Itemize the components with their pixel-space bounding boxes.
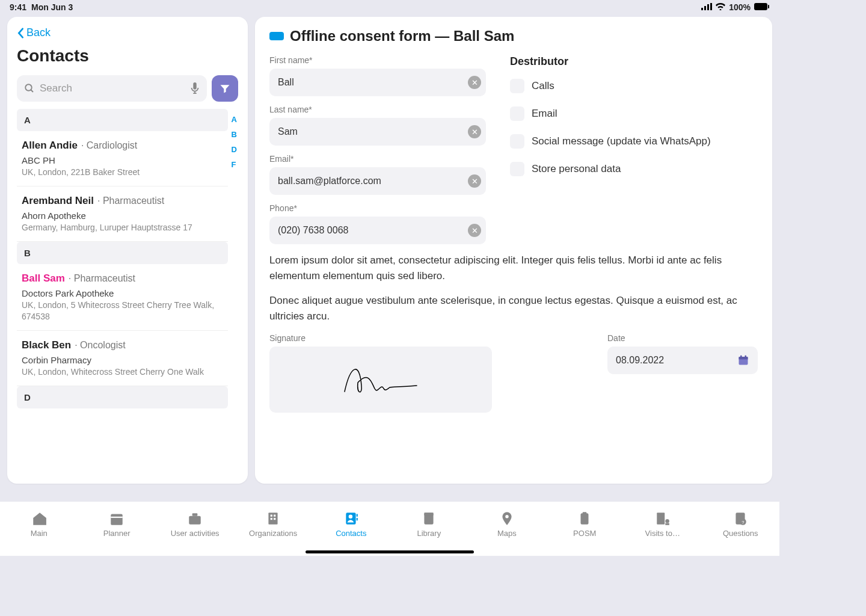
svg-rect-31 [657, 513, 665, 525]
filter-button[interactable] [212, 75, 238, 102]
tab-posm[interactable]: POSM [560, 511, 609, 538]
contact-item[interactable]: Aremband NeilPharmaceutistAhorn Apotheke… [17, 186, 228, 242]
index-letter[interactable]: F [232, 160, 237, 169]
svg-rect-20 [271, 517, 272, 519]
clear-icon[interactable]: ✕ [468, 76, 481, 89]
contacts-sidebar: Back Contacts AAllen AndieCardiologistAB… [7, 17, 248, 484]
svg-rect-13 [111, 514, 123, 525]
tab-questions[interactable]: ?Questions [716, 511, 764, 538]
checkbox[interactable] [510, 134, 524, 149]
tab-label: Library [417, 529, 441, 538]
tab-visits-to-[interactable]: Visits to… [639, 511, 687, 538]
svg-text:?: ? [742, 519, 744, 525]
tab-label: Questions [723, 529, 758, 538]
input-first_name[interactable]: ✕ [269, 69, 486, 96]
svg-rect-0 [701, 8, 703, 10]
svg-rect-30 [583, 512, 587, 514]
svg-point-32 [665, 519, 669, 523]
microphone-icon[interactable] [190, 82, 200, 94]
tab-library[interactable]: Library [405, 511, 453, 538]
tab-contacts[interactable]: Contacts [327, 511, 375, 538]
tab-label: POSM [573, 529, 596, 538]
checkbox-label: Calls [532, 80, 554, 92]
distributor-title: Destributor [510, 55, 758, 68]
search-icon [24, 83, 35, 94]
contact-address: UK, London, Whitecross Street Cherry One… [22, 366, 223, 377]
clear-icon[interactable]: ✕ [468, 125, 481, 138]
signature-label: Signature [269, 333, 492, 343]
svg-rect-12 [745, 356, 747, 358]
contact-item[interactable]: Black BenOncologistCorbin PharmacyUK, Lo… [17, 331, 228, 386]
input-email[interactable]: ✕ [269, 167, 486, 195]
checkbox[interactable] [510, 106, 524, 121]
contact-address: Germany, Hamburg, Luruper Hauptstrasse 1… [22, 222, 223, 233]
back-button[interactable]: Back [17, 26, 238, 39]
contact-address: UK, London, 5 Whitecross Street Cherry T… [22, 300, 223, 321]
checkbox[interactable] [510, 162, 524, 176]
tab-maps[interactable]: Maps [483, 511, 531, 538]
svg-rect-11 [740, 356, 742, 358]
filter-icon [219, 82, 231, 94]
search-box[interactable] [17, 75, 207, 102]
svg-rect-22 [346, 513, 355, 525]
tab-label: Main [31, 529, 48, 538]
svg-rect-29 [581, 513, 589, 524]
calendar-icon [737, 354, 749, 366]
calendar-icon [109, 511, 124, 526]
tab-label: Organizations [249, 529, 297, 538]
tab-main[interactable]: Main [15, 511, 63, 538]
input-field-phone[interactable] [278, 225, 468, 236]
input-field-first_name[interactable] [278, 77, 468, 88]
contact-name: Black Ben [22, 339, 71, 351]
tab-user-activities[interactable]: User activities [171, 511, 220, 538]
contact-name: Aremband Neil [22, 195, 94, 207]
tab-organizations[interactable]: Organizations [249, 511, 297, 538]
contact-item[interactable]: Allen AndieCardiologistABC PHUK, London,… [17, 131, 228, 186]
tab-label: Planner [103, 529, 131, 538]
question-icon: ? [732, 511, 748, 526]
contact-role: Pharmaceutist [97, 196, 164, 206]
svg-point-6 [25, 84, 32, 91]
contact-role: Oncologist [75, 340, 125, 351]
checkbox-label: Social message (update via WhatsApp) [532, 135, 711, 147]
signature-pad[interactable] [269, 346, 492, 413]
svg-rect-17 [269, 513, 278, 525]
input-field-last_name[interactable] [278, 126, 468, 137]
svg-rect-4 [754, 3, 767, 10]
input-phone[interactable]: ✕ [269, 217, 486, 244]
search-input[interactable] [40, 82, 185, 94]
svg-point-23 [348, 514, 352, 519]
clear-icon[interactable]: ✕ [468, 174, 481, 188]
tab-planner[interactable]: Planner [93, 511, 141, 538]
svg-rect-27 [425, 513, 434, 515]
svg-rect-25 [356, 517, 357, 520]
accent-block [269, 32, 284, 40]
contact-list[interactable]: AAllen AndieCardiologistABC PHUK, London… [17, 109, 228, 474]
section-header: D [17, 386, 228, 408]
contact-address: UK, London, 221B Baker Street [22, 167, 223, 177]
date-value: 08.09.2022 [616, 355, 664, 366]
clear-icon[interactable]: ✕ [468, 224, 481, 237]
index-letter[interactable]: D [232, 145, 237, 154]
svg-rect-1 [704, 6, 706, 10]
form-title: Offline consent form — Ball Sam [290, 28, 514, 45]
svg-rect-19 [274, 514, 275, 516]
battery-icon [754, 2, 770, 12]
svg-rect-5 [768, 5, 769, 8]
svg-rect-2 [707, 4, 709, 10]
contact-org: Corbin Pharmacy [22, 355, 223, 365]
status-bar: 9:41 Mon Jun 3 100% [0, 0, 779, 14]
page-title: Contacts [17, 46, 238, 66]
index-letter[interactable]: B [232, 130, 237, 139]
tab-label: User activities [171, 529, 220, 538]
index-letter[interactable]: A [232, 115, 237, 124]
section-header: B [17, 242, 228, 264]
checkbox[interactable] [510, 79, 524, 93]
contact-item[interactable]: Ball SamPharmaceutistDoctors Park Apothe… [17, 264, 228, 330]
input-last_name[interactable]: ✕ [269, 118, 486, 146]
svg-rect-16 [192, 513, 198, 516]
pin-icon [499, 511, 515, 526]
wifi-icon [716, 2, 725, 12]
date-input[interactable]: 08.09.2022 [607, 346, 758, 374]
input-field-email[interactable] [278, 176, 468, 186]
